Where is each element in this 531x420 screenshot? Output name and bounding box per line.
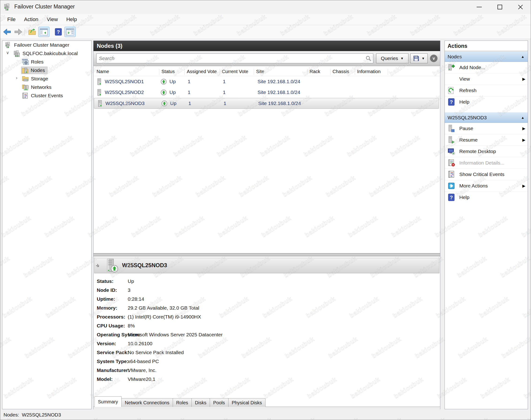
action-label: More Actions xyxy=(459,183,488,189)
window-controls xyxy=(469,0,531,14)
actions-section-title: Nodes xyxy=(448,54,462,59)
tab-disks[interactable]: Disks xyxy=(192,398,210,407)
collapse-section-icon[interactable]: ▲ xyxy=(521,52,524,62)
field-label: Processors: xyxy=(97,314,125,320)
save-icon xyxy=(413,55,419,61)
action-refresh[interactable]: Refresh xyxy=(445,85,528,96)
detail-field: System Type:x64-based PC xyxy=(93,359,440,367)
column-site[interactable]: Site xyxy=(256,69,264,74)
tab-roles[interactable]: Roles xyxy=(173,398,192,407)
action-add-node[interactable]: Add Node... xyxy=(445,62,528,73)
chevron-collapsed-icon[interactable]: › xyxy=(16,75,17,80)
action-show-critical-events[interactable]: Show Critical Events xyxy=(445,169,528,180)
action-resume[interactable]: Resume ▶ xyxy=(445,134,528,146)
column-separator[interactable] xyxy=(307,69,308,75)
collapse-filter-bar-button[interactable]: v xyxy=(430,55,438,62)
actions-pane-title: Actions xyxy=(445,41,528,51)
column-current-vote[interactable]: Current Vote xyxy=(222,69,248,74)
column-rack[interactable]: Rack xyxy=(310,69,320,74)
action-help-nodes[interactable]: ? Help xyxy=(445,96,528,107)
node-row-1[interactable]: W25SQL25NOD1 Up 1 1 Site 192.168.1.0/24 xyxy=(93,76,440,87)
submenu-arrow-icon: ▶ xyxy=(522,183,525,188)
field-label: Version: xyxy=(97,341,116,346)
field-value: 10.0.26100 xyxy=(128,341,152,346)
window-title: Failover Cluster Manager xyxy=(14,3,75,10)
action-label: Refresh xyxy=(459,88,477,93)
queries-button[interactable]: Queries ▼ xyxy=(376,53,408,63)
column-separator[interactable] xyxy=(355,69,355,75)
maximize-button[interactable] xyxy=(489,0,510,14)
tree-item-roles[interactable]: Roles xyxy=(2,58,91,66)
node-name: W25SQL25NOD3 xyxy=(105,101,145,106)
menu-file[interactable]: File xyxy=(3,14,20,25)
detail-field: Node ID:3 xyxy=(93,287,440,296)
tree-item-cluster[interactable]: ∨ SQLFOC.bakicubuk.local xyxy=(2,49,91,58)
tab-pools[interactable]: Pools xyxy=(210,398,228,407)
column-name[interactable]: Name xyxy=(97,69,109,74)
tree-item-label: Roles xyxy=(31,59,44,65)
failover-cluster-manager-window: Failover Cluster Manager File Action Vie… xyxy=(0,0,531,420)
node-row-2[interactable]: W25SQL25NOD2 Up 1 1 Site 192.168.1.0/24 xyxy=(93,87,440,98)
help-icon: ? xyxy=(448,194,455,201)
collapse-section-icon[interactable]: ▲ xyxy=(521,113,524,122)
tab-network-connections[interactable]: Network Connections xyxy=(121,398,173,407)
column-separator[interactable] xyxy=(254,69,254,75)
column-information[interactable]: Information xyxy=(357,69,381,74)
actions-section-header[interactable]: W25SQL25NOD3 ▲ xyxy=(445,113,528,123)
actions-section-header[interactable]: Nodes ▲ xyxy=(445,52,528,62)
show-hide-action-pane-button[interactable] xyxy=(64,27,76,37)
show-hide-console-tree-button[interactable] xyxy=(38,27,49,37)
maximize-icon xyxy=(498,5,502,9)
menu-action[interactable]: Action xyxy=(20,14,43,25)
pause-node-icon xyxy=(448,125,455,132)
add-node-icon xyxy=(448,64,455,71)
node-row-3-selected[interactable]: W25SQL25NOD3 Up 1 1 Site 192.168.1.0/24 xyxy=(94,98,439,109)
column-assigned-vote[interactable]: Assigned Vote xyxy=(187,69,217,74)
cluster-events-icon xyxy=(22,92,29,99)
action-remote-desktop[interactable]: Remote Desktop xyxy=(445,146,528,157)
console-tree-panel: Failover Cluster Manager ∨ SQLFOC.bakicu… xyxy=(2,41,92,409)
tree-item-cluster-events[interactable]: Cluster Events xyxy=(2,91,91,100)
chevron-expanded-icon[interactable]: ∨ xyxy=(6,50,9,55)
detail-pane-splitter[interactable] xyxy=(93,253,440,256)
minimize-button[interactable] xyxy=(469,0,489,14)
tree-item-root[interactable]: Failover Cluster Manager xyxy=(2,41,91,49)
close-button[interactable] xyxy=(510,0,531,14)
search-input[interactable] xyxy=(98,54,364,62)
menu-help[interactable]: Help xyxy=(62,14,81,25)
tab-summary[interactable]: Summary xyxy=(94,396,122,407)
node-status: Up xyxy=(170,101,177,106)
action-view[interactable]: View ▶ xyxy=(445,73,528,85)
column-separator[interactable] xyxy=(330,69,330,75)
export-list-button[interactable] xyxy=(27,27,37,37)
back-button[interactable] xyxy=(2,27,13,37)
detail-pane-header[interactable]: » W25SQL25NOD3 xyxy=(94,258,439,273)
tab-physical-disks[interactable]: Physical Disks xyxy=(228,398,266,407)
detail-tabs: Summary Network Connections Roles Disks … xyxy=(94,396,265,407)
tree-item-storage[interactable]: › Storage xyxy=(2,75,91,83)
column-separator[interactable] xyxy=(388,69,388,75)
tree-item-networks[interactable]: Networks xyxy=(2,83,91,91)
action-help-node3[interactable]: ? Help xyxy=(445,192,528,203)
tree-item-nodes[interactable]: Nodes xyxy=(2,66,91,75)
node-current-vote: 1 xyxy=(223,101,226,106)
column-separator[interactable] xyxy=(220,69,220,75)
forward-button[interactable] xyxy=(13,27,23,37)
field-label: Uptime: xyxy=(97,296,115,302)
submenu-arrow-icon: ▶ xyxy=(522,137,525,143)
column-separator[interactable] xyxy=(184,69,185,75)
action-more-actions[interactable]: More Actions ▶ xyxy=(445,180,528,192)
tree-item-label: Cluster Events xyxy=(31,93,63,98)
menu-view[interactable]: View xyxy=(43,14,62,25)
save-query-button[interactable]: ▼ xyxy=(410,53,428,63)
column-status[interactable]: Status xyxy=(162,69,175,74)
toolbar: ? xyxy=(0,25,531,39)
collapse-details-chevron-icon[interactable]: » xyxy=(94,262,102,269)
action-information-details[interactable]: Information Details... xyxy=(445,157,528,169)
server-icon xyxy=(97,78,102,85)
field-value: 29.2 GB Available, 32.0 GB Total xyxy=(128,305,199,311)
column-chassis[interactable]: Chassis xyxy=(333,69,349,74)
help-button[interactable]: ? xyxy=(53,27,63,37)
column-separator[interactable] xyxy=(159,69,159,75)
action-pause[interactable]: Pause ▶ xyxy=(445,123,528,134)
